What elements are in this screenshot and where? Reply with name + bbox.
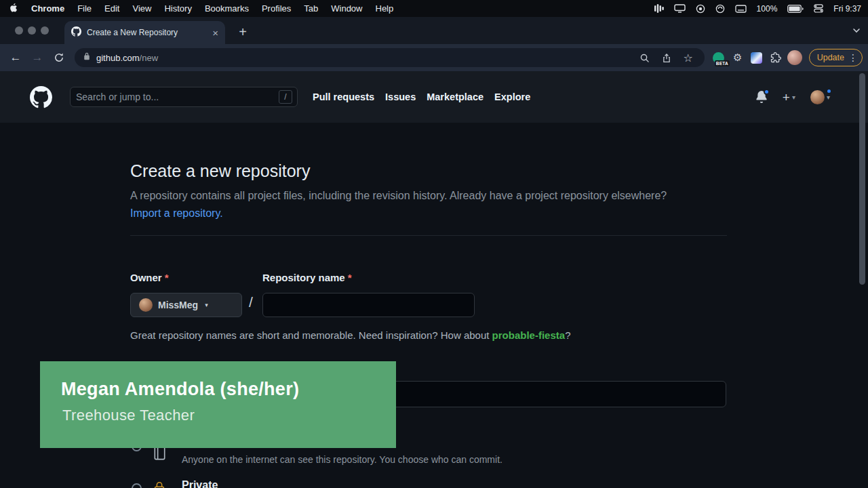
extension-gear-icon[interactable]: ⚙ <box>729 48 747 67</box>
menubar-menus: Chrome File Edit View History Bookmarks … <box>9 3 393 15</box>
chevron-down-icon: ▾ <box>205 302 208 308</box>
update-label: Update <box>817 53 844 62</box>
zoom-icon[interactable] <box>637 49 653 66</box>
path-separator: / <box>243 294 259 310</box>
tab-search-chevron-icon[interactable] <box>852 26 861 38</box>
speaker-caption-overlay: Megan Amendola (she/her) Treehouse Teach… <box>40 361 396 448</box>
share-icon[interactable] <box>658 49 675 66</box>
padlock-icon[interactable] <box>83 52 91 64</box>
owner-select-button[interactable]: MissMeg ▾ <box>130 293 242 317</box>
menubar-item-help[interactable]: Help <box>376 3 394 14</box>
tab-title: Create a New Repository <box>87 28 207 37</box>
speaker-role: Treehouse Teacher <box>62 407 195 424</box>
user-menu-button[interactable]: ▾ <box>810 90 830 104</box>
divider <box>130 235 727 236</box>
notification-dot <box>764 89 770 95</box>
chevron-down-icon: ▾ <box>827 94 830 101</box>
url-path: /new <box>140 53 158 63</box>
forward-button[interactable]: → <box>27 47 47 68</box>
github-header-actions: + ▾ ▾ <box>755 90 830 104</box>
browser-tab-strip: Create a New Repository × + <box>0 17 868 44</box>
owner-label-text: Owner <box>130 272 162 283</box>
suggested-name-link[interactable]: probable-fiesta <box>492 329 566 341</box>
private-radio[interactable] <box>132 483 142 488</box>
menubar-item-history[interactable]: History <box>164 3 191 14</box>
page-title: Create a new repository <box>130 161 310 181</box>
create-new-button[interactable]: + ▾ <box>783 91 795 104</box>
nav-explore[interactable]: Explore <box>494 92 530 102</box>
user-avatar <box>810 90 825 104</box>
window-zoom-button[interactable] <box>41 26 49 35</box>
menubar-item-view[interactable]: View <box>132 3 151 14</box>
window-manager-icon[interactable] <box>654 4 664 13</box>
battery-percentage: 100% <box>757 4 778 14</box>
window-close-button[interactable] <box>15 26 23 35</box>
menubar-item-tab[interactable]: Tab <box>304 3 318 14</box>
intro-text: A repository contains all project files,… <box>130 190 667 201</box>
page-scrollbar-thumb[interactable] <box>859 73 865 285</box>
hint-text: Great repository names are short and mem… <box>130 329 492 341</box>
repository-name-label-text: Repository name <box>262 272 345 283</box>
nav-marketplace[interactable]: Marketplace <box>427 92 484 102</box>
github-favicon <box>71 26 81 39</box>
extensions-puzzle-icon[interactable] <box>767 48 785 67</box>
menubar-app-name[interactable]: Chrome <box>31 3 64 14</box>
github-search-box[interactable]: / <box>70 87 298 107</box>
github-nav: Pull requests Issues Marketplace Explore <box>313 92 530 102</box>
url-text: github.com/new <box>96 53 158 63</box>
menubar-item-file[interactable]: File <box>77 3 92 14</box>
required-asterisk: * <box>165 272 169 283</box>
apple-logo-icon[interactable] <box>9 3 18 15</box>
browser-menu-kebab-icon[interactable]: ⋮ <box>848 52 858 63</box>
public-description: Anyone on the internet can see this repo… <box>182 454 502 465</box>
github-logo-icon[interactable] <box>30 86 52 108</box>
owner-name: MissMeg <box>158 300 198 310</box>
menubar-item-window[interactable]: Window <box>331 3 362 14</box>
beta-badge: BETA <box>715 60 730 66</box>
chevron-down-icon: ▾ <box>792 94 795 101</box>
github-header: / Pull requests Issues Marketplace Explo… <box>0 71 868 123</box>
menubar-item-edit[interactable]: Edit <box>104 3 119 14</box>
lock-icon <box>152 481 167 488</box>
nav-pull-requests[interactable]: Pull requests <box>313 92 374 102</box>
extension-colorful-icon[interactable] <box>748 48 766 67</box>
tab-close-icon[interactable]: × <box>212 28 218 38</box>
browser-tab[interactable]: Create a New Repository × <box>64 21 225 44</box>
name-suggestion-hint: Great repository names are short and mem… <box>130 329 570 341</box>
notifications-button[interactable] <box>755 91 768 103</box>
new-tab-button[interactable]: + <box>233 22 252 41</box>
address-bar[interactable]: github.com/new ☆ <box>75 48 705 67</box>
battery-icon[interactable] <box>787 5 804 13</box>
browser-toolbar: ← → github.com/new ☆ BETA ⚙ Update ⋮ <box>0 44 868 71</box>
menubar-item-profiles[interactable]: Profiles <box>262 3 291 14</box>
back-button[interactable]: ← <box>5 47 26 68</box>
display-icon[interactable] <box>674 4 686 13</box>
window-minimize-button[interactable] <box>28 26 36 35</box>
reload-button[interactable] <box>49 47 69 68</box>
colorful-extension-glyph <box>751 52 762 64</box>
owner-avatar <box>139 298 153 312</box>
keyboard-icon[interactable] <box>735 5 747 13</box>
private-visibility-option[interactable]: Private <box>130 478 727 488</box>
menubar-item-bookmarks[interactable]: Bookmarks <box>205 3 249 14</box>
extension-beta-icon[interactable]: BETA <box>710 48 728 67</box>
import-repository-link[interactable]: Import a repository. <box>130 207 223 219</box>
url-domain: github.com <box>96 53 140 63</box>
screen-record-icon[interactable] <box>696 4 705 14</box>
intro-paragraph: A repository contains all project files,… <box>130 187 694 222</box>
plus-icon: + <box>783 91 790 104</box>
menubar-clock[interactable]: Fri 9:37 <box>833 4 861 14</box>
chrome-update-button[interactable]: Update ⋮ <box>809 49 863 66</box>
speaker-name: Megan Amendola (she/her) <box>61 379 299 400</box>
github-search-input[interactable] <box>76 92 292 102</box>
nav-issues[interactable]: Issues <box>385 92 416 102</box>
repository-name-input[interactable] <box>262 293 475 317</box>
required-asterisk: * <box>348 272 352 283</box>
control-center-icon[interactable] <box>814 4 823 13</box>
menubar-status-area: 100% Fri 9:37 <box>654 4 861 14</box>
status-circle-icon[interactable] <box>715 4 725 14</box>
search-shortcut-key: / <box>279 90 292 104</box>
browser-profile-avatar[interactable] <box>786 48 804 67</box>
bookmark-star-icon[interactable]: ☆ <box>680 49 696 66</box>
avatar-notification-dot <box>826 88 832 94</box>
